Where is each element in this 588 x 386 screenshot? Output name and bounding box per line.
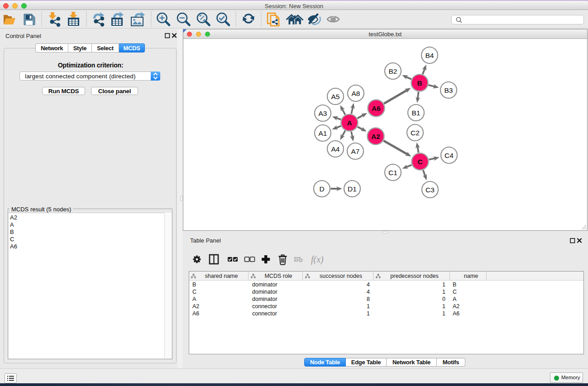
svg-text:A8: A8 bbox=[352, 90, 360, 97]
svg-text:A3: A3 bbox=[319, 110, 327, 117]
svg-text:A2: A2 bbox=[371, 133, 380, 140]
svg-text:B1: B1 bbox=[412, 109, 421, 117]
svg-text:B: B bbox=[417, 79, 422, 87]
svg-text:C: C bbox=[417, 158, 422, 166]
svg-text:A1: A1 bbox=[319, 129, 327, 137]
svg-text:B4: B4 bbox=[425, 52, 434, 59]
svg-text:C1: C1 bbox=[388, 169, 397, 176]
svg-text:A7: A7 bbox=[351, 148, 360, 155]
svg-text:A5: A5 bbox=[331, 93, 340, 100]
svg-text:B2: B2 bbox=[389, 67, 397, 75]
svg-text:C2: C2 bbox=[411, 129, 420, 137]
svg-text:D1: D1 bbox=[348, 185, 357, 193]
svg-text:A6: A6 bbox=[372, 105, 381, 112]
svg-text:C4: C4 bbox=[445, 152, 454, 159]
svg-text:A: A bbox=[347, 119, 352, 127]
svg-text:D: D bbox=[319, 185, 324, 193]
svg-text:f(x): f(x) bbox=[311, 254, 324, 265]
svg-text:B3: B3 bbox=[445, 86, 453, 94]
svg-text:A4: A4 bbox=[331, 145, 340, 153]
svg-text:C3: C3 bbox=[425, 186, 435, 194]
